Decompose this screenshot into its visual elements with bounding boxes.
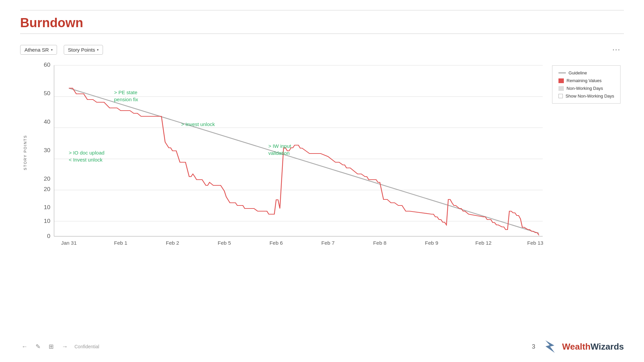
legend-remaining: Remaining Values bbox=[558, 78, 614, 83]
svg-text:Feb 1: Feb 1 bbox=[114, 241, 127, 246]
logo-icon bbox=[541, 338, 559, 355]
legend-swatch-remaining bbox=[558, 78, 564, 83]
nav-grid-button[interactable]: ⊞ bbox=[47, 342, 55, 351]
svg-text:20: 20 bbox=[44, 186, 51, 192]
svg-text:Feb 2: Feb 2 bbox=[166, 241, 179, 246]
svg-text:Jan 31: Jan 31 bbox=[61, 241, 76, 246]
filter2-dropdown[interactable]: Story Points ▾ bbox=[64, 45, 103, 55]
nav-forward-button[interactable]: → bbox=[60, 343, 69, 351]
svg-text:Feb 7: Feb 7 bbox=[321, 241, 334, 246]
chart-legend: Guideline Remaining Values Non-Working D… bbox=[552, 65, 621, 104]
svg-text:Feb 9: Feb 9 bbox=[425, 241, 438, 246]
confidential-label: Confidential bbox=[74, 344, 99, 349]
nav-edit-button[interactable]: ✎ bbox=[34, 342, 42, 351]
legend-swatch-guideline bbox=[558, 72, 566, 73]
more-options-button[interactable]: ··· bbox=[609, 44, 624, 55]
top-divider bbox=[20, 10, 624, 10]
legend-swatch-nonworking bbox=[558, 86, 564, 91]
chart-wrapper: STORY POINTS 0 10 20 bbox=[20, 59, 624, 266]
legend-label-nonworking: Non-Working Days bbox=[567, 86, 603, 91]
annotation-io-doc: > IO doc upload< Invest unlock bbox=[69, 149, 104, 163]
legend-show-nonworking[interactable]: Show Non-Working Days bbox=[558, 94, 614, 99]
svg-text:10: 10 bbox=[44, 218, 51, 224]
filter1-arrow: ▾ bbox=[51, 48, 53, 52]
svg-marker-29 bbox=[544, 339, 556, 355]
filter1-label: Athena SR bbox=[24, 47, 49, 53]
y-axis-label: STORY POINTS bbox=[20, 59, 30, 246]
svg-text:Feb 6: Feb 6 bbox=[270, 241, 283, 246]
svg-text:40: 40 bbox=[44, 119, 51, 125]
controls-left: Athena SR ▾ Story Points ▾ bbox=[20, 45, 103, 55]
logo-text: WealthWizards bbox=[562, 342, 624, 352]
legend-checkbox-nonworking[interactable] bbox=[558, 94, 563, 98]
logo-wizards: Wizards bbox=[591, 342, 624, 352]
logo-area: 3 WealthWizards bbox=[532, 338, 624, 355]
page-number: 3 bbox=[532, 343, 535, 350]
nav-back-button[interactable]: ← bbox=[20, 343, 29, 351]
svg-text:20: 20 bbox=[44, 176, 51, 182]
svg-text:Feb 8: Feb 8 bbox=[373, 241, 386, 246]
svg-text:50: 50 bbox=[44, 90, 51, 97]
logo-wealth: Wealth bbox=[562, 342, 591, 352]
annotation-pe-state: > PE statepension fix bbox=[114, 89, 138, 103]
annotation-invest-unlock: > Invest unlock bbox=[181, 121, 215, 128]
legend-label-guideline: Guideline bbox=[569, 70, 587, 75]
bottom-bar: ← ✎ ⊞ → Confidential 3 WealthWizards bbox=[20, 338, 624, 355]
svg-text:30: 30 bbox=[44, 147, 51, 154]
legend-nonworking: Non-Working Days bbox=[558, 86, 614, 91]
legend-label-show-nonworking: Show Non-Working Days bbox=[566, 94, 614, 99]
controls-row: Athena SR ▾ Story Points ▾ ··· bbox=[20, 44, 624, 55]
svg-line-28 bbox=[69, 88, 539, 233]
filter2-arrow: ▾ bbox=[97, 48, 99, 52]
svg-text:Feb 5: Feb 5 bbox=[218, 241, 231, 246]
svg-text:Feb 12: Feb 12 bbox=[475, 241, 491, 246]
filter2-label: Story Points bbox=[68, 47, 95, 53]
legend-guideline: Guideline bbox=[558, 70, 614, 75]
svg-text:10: 10 bbox=[44, 204, 51, 210]
legend-label-remaining: Remaining Values bbox=[567, 78, 602, 83]
svg-text:60: 60 bbox=[44, 62, 51, 68]
bottom-divider bbox=[20, 34, 624, 34]
annotation-iw-input: > IW inputvalidation bbox=[268, 142, 291, 157]
svg-text:Feb 13: Feb 13 bbox=[527, 241, 543, 246]
svg-text:0: 0 bbox=[47, 233, 50, 239]
filter1-dropdown[interactable]: Athena SR ▾ bbox=[20, 45, 57, 55]
page-title: Burndown bbox=[20, 16, 624, 30]
